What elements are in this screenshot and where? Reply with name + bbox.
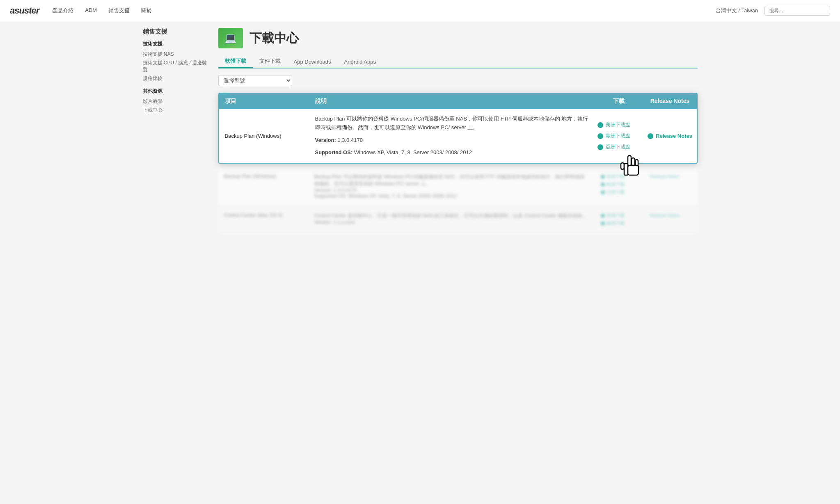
tabs-bar: 軟體下載 文件下載 App Downloads Android Apps	[218, 55, 698, 68]
version-line: Version: 1.3.0.4170	[315, 136, 588, 145]
sidebar-section-resources-title: 其他資源	[143, 88, 208, 95]
nav-link-support[interactable]: 銷售支援	[108, 7, 130, 14]
rn-dot	[648, 133, 653, 139]
nav-links: 產品介紹 ADM 銷售支援 關於	[52, 7, 702, 14]
bg-cell-desc-1: Backup Plan 可以將你的資料從 Windows PC/伺服器備份至 N…	[309, 171, 595, 201]
table-cell-release-notes: Release Notes	[643, 115, 697, 157]
model-filter-select[interactable]: 選擇型號	[218, 75, 292, 86]
download-link-asia[interactable]: 亞洲下載點	[597, 144, 640, 151]
nav-right: 台灣中文 / Taiwan	[716, 6, 830, 16]
os-label: Supported OS:	[315, 149, 353, 155]
tab-software-download[interactable]: 軟體下載	[218, 55, 253, 68]
description-text: Backup Plan 可以將你的資料從 Windows PC/伺服器備份至 N…	[315, 116, 588, 130]
nav-link-about[interactable]: 關於	[141, 7, 152, 14]
download-link-america[interactable]: 美洲下載點	[597, 121, 640, 128]
tab-android-apps[interactable]: Android Apps	[338, 56, 382, 68]
bg-cell-rn-1: Release Notes	[644, 171, 698, 201]
bg-cell-rn-2: Release Notes	[644, 210, 698, 229]
dl-label-europe: 歐洲下載點	[606, 132, 630, 139]
site-logo: asuster	[10, 5, 39, 16]
version-label: Version:	[315, 137, 336, 143]
release-notes-link[interactable]: Release Notes	[648, 133, 692, 139]
search-input[interactable]	[764, 6, 830, 16]
th-release-notes: Release Notes	[643, 94, 697, 109]
main-content: 💻 下載中心 軟體下載 文件下載 App Downloads Android A…	[218, 28, 698, 233]
sidebar-section-resources: 其他資源 影片教學 下載中心	[143, 88, 208, 114]
bg-cell-dl-1: 美洲下載 歐洲下載 亞洲下載	[595, 171, 644, 201]
dl-label-america: 美洲下載點	[606, 121, 630, 128]
bg-desc-text-1: Backup Plan 可以將你的資料從 Windows PC/伺服器備份至 N…	[314, 173, 589, 187]
bg-table-row-1: Backup Plan (Windows) Backup Plan 可以將你的資…	[218, 167, 698, 206]
dl-dot-america	[597, 122, 603, 128]
download-table-popup: 項目 說明 下載 Release Notes Backup Plan (Wind…	[218, 93, 698, 164]
th-item: 項目	[219, 94, 309, 109]
navigation: asuster 產品介紹 ADM 銷售支援 關於 台灣中文 / Taiwan	[0, 0, 840, 21]
th-desc: 說明	[309, 94, 594, 109]
sidebar-item-video[interactable]: 影片教學	[143, 97, 208, 106]
bg-desc-text-2: Control Center 是控制中心，它是一個可管理你的 NAS 的工具程式…	[314, 212, 589, 219]
bg-cell-dl-2: 美洲下載 歐洲下載	[595, 210, 644, 229]
page-container: 銷售支援 技術支援 技術支援 NAS 技術支援 CPU / 擴充 / 週邊裝置 …	[133, 21, 707, 239]
tab-doc-download[interactable]: 文件下載	[253, 55, 287, 68]
sidebar-section-tech: 技術支援 技術支援 NAS 技術支援 CPU / 擴充 / 週邊裝置 規格比較	[143, 41, 208, 83]
nav-region: 台灣中文 / Taiwan	[716, 7, 758, 14]
bg-version-2: Version: 1.1.x.xxxx	[314, 219, 589, 225]
table-cell-downloads: 美洲下載點 歐洲下載點 亞洲下載點	[594, 115, 643, 157]
bg-os-1: Supported OS: Windows XP, Vista, 7, 8, S…	[314, 193, 589, 199]
bg-cell-item-2: Control Center (Mac OS X)	[218, 210, 309, 229]
os-value: Windows XP, Vista, 7, 8, Server 2003/ 20…	[354, 149, 472, 155]
download-center-header: 💻 下載中心	[218, 28, 698, 48]
dc-icon: 💻	[218, 28, 243, 48]
th-download: 下載	[594, 94, 643, 109]
sidebar-item-compare[interactable]: 規格比較	[143, 74, 208, 83]
sidebar: 銷售支援 技術支援 技術支援 NAS 技術支援 CPU / 擴充 / 週邊裝置 …	[143, 28, 208, 233]
bg-version-1: Version: 1.3.0.4170	[314, 187, 589, 193]
table-row-backup-plan: Backup Plan (Windows) Backup Plan 可以將你的資…	[219, 109, 697, 163]
table-cell-item-name: Backup Plan (Windows)	[219, 115, 309, 157]
dl-label-asia: 亞洲下載點	[606, 144, 630, 151]
download-link-europe[interactable]: 歐洲下載點	[597, 132, 640, 139]
sidebar-title: 銷售支援	[143, 28, 208, 36]
nav-link-adm[interactable]: ADM	[85, 7, 97, 14]
bg-cell-item-1: Backup Plan (Windows)	[218, 171, 309, 201]
bg-cell-desc-2: Control Center 是控制中心，它是一個可管理你的 NAS 的工具程式…	[309, 210, 595, 229]
background-table: Backup Plan (Windows) Backup Plan 可以將你的資…	[218, 167, 698, 233]
tab-app-downloads[interactable]: App Downloads	[287, 56, 338, 68]
sidebar-item-nas[interactable]: 技術支援 NAS	[143, 50, 208, 59]
sidebar-item-cpu[interactable]: 技術支援 CPU / 擴充 / 週邊裝置	[143, 59, 208, 74]
sidebar-section-tech-title: 技術支援	[143, 41, 208, 48]
filter-bar: 選擇型號	[218, 75, 698, 86]
sidebar-item-download[interactable]: 下載中心	[143, 106, 208, 114]
table-header-row: 項目 說明 下載 Release Notes	[219, 94, 697, 109]
version-value: 1.3.0.4170	[337, 137, 362, 143]
os-line: Supported OS: Windows XP, Vista, 7, 8, S…	[315, 148, 588, 157]
dl-dot-asia	[597, 144, 603, 150]
nav-link-products[interactable]: 產品介紹	[52, 7, 73, 14]
dc-title: 下載中心	[249, 30, 299, 47]
table-cell-description: Backup Plan 可以將你的資料從 Windows PC/伺服器備份至 N…	[309, 115, 594, 157]
rn-label: Release Notes	[656, 133, 692, 139]
dl-dot-europe	[597, 133, 603, 139]
bg-table-row-2: Control Center (Mac OS X) Control Center…	[218, 206, 698, 233]
